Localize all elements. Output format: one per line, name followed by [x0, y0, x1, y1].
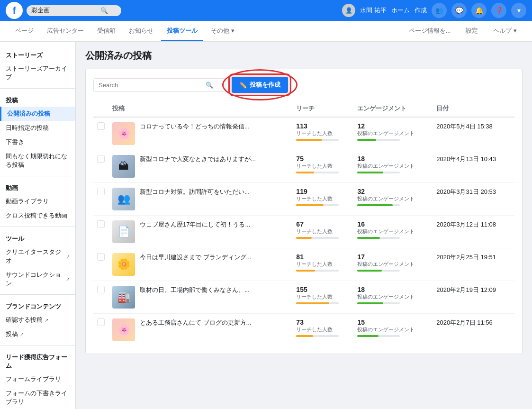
sidebar-item-expiring-posts[interactable]: 間もなく期限切れになる投稿 [0, 149, 75, 172]
date-cell: 2020年2月19日 12:09 [433, 281, 514, 314]
reach-label: リーチした人数 [296, 130, 350, 137]
secondary-navigation: ページ 広告センター 受信箱 お知らせ 投稿ツール その他 ▾ ページ情報を..… [0, 21, 532, 42]
post-thumbnail: 🏭 [112, 286, 135, 309]
nav-ad-center[interactable]: 広告センター [41, 22, 90, 41]
nav-help[interactable]: ヘルプ ▾ [487, 22, 523, 41]
reach-bar-wrap [296, 237, 339, 239]
reach-value: 155 [296, 286, 350, 293]
sidebar-item-drafts[interactable]: 下書き [0, 135, 75, 149]
th-checkbox [93, 100, 108, 117]
nav-post-tools[interactable]: 投稿ツール [161, 22, 203, 41]
secondary-nav-right: ページ情報を... 設定 ヘルプ ▾ [403, 22, 523, 41]
sidebar-section-tools: ツール [0, 231, 75, 245]
sidebar-item-sound-collection[interactable]: サウンドコレクション ↗ [0, 268, 75, 291]
notifications-icon-btn[interactable]: 🔔 [471, 3, 487, 18]
post-thumbnail: 👥 [112, 188, 135, 210]
sidebar-item-form-library[interactable]: フォームライブラリ [0, 372, 75, 386]
engagement-cell: 16 投稿のエンゲージメント [353, 216, 433, 248]
engagement-bar [357, 204, 393, 206]
post-cell: 📄 ウェブ屋さん歴17年目にして初！うる... [108, 216, 292, 248]
create-link[interactable]: 作成 [415, 6, 427, 15]
nav-other[interactable]: その他 ▾ [205, 22, 240, 41]
reach-label: リーチした人数 [296, 195, 350, 202]
sidebar-item-creator-studio[interactable]: クリエイタースタジオ ↗ [0, 245, 75, 268]
row-checkbox[interactable] [97, 188, 105, 195]
engagement-cell: 15 投稿のエンゲージメント [353, 314, 433, 346]
table-row: 🌸 とある工務店さんにて ブログの更新方... 73 リーチした人数 15 投稿… [93, 314, 514, 346]
external-icon-4: ↗ [20, 332, 24, 337]
engagement-value: 16 [357, 220, 429, 228]
nav-notifications[interactable]: お知らせ [123, 22, 159, 41]
reach-label: リーチした人数 [296, 326, 350, 333]
engagement-bar [357, 335, 379, 337]
messenger-icon-btn[interactable]: 💬 [451, 3, 467, 18]
sidebar-item-video-library[interactable]: 動画ライブラリ [0, 194, 75, 209]
post-cell: 🌼 今日は早川建設さまで ブランディング... [108, 248, 292, 281]
row-checkbox[interactable] [97, 122, 105, 130]
sidebar-item-published-posts[interactable]: 公開済みの投稿 [0, 107, 75, 121]
friends-icon-btn[interactable]: 👥 [432, 3, 447, 18]
thumb-icon: 🏭 [112, 286, 135, 309]
sidebar-item-form-drafts[interactable]: フォームの下書きライブラリ [0, 386, 75, 409]
engagement-label: 投稿のエンゲージメント [357, 130, 429, 137]
search-wrap[interactable]: 🔍 [93, 78, 226, 92]
top-search-bar[interactable]: 🔍 [27, 5, 121, 16]
engagement-label: 投稿のエンゲージメント [357, 326, 429, 333]
posts-table: 投稿 リーチ エンゲージメント 日付 🌸 コロナっている今！どっちの情報発信..… [93, 100, 514, 346]
top-navigation: f 🔍 👤 水間 祐平 ホーム 作成 👥 💬 🔔 ❓ ▾ [0, 0, 532, 21]
post-row: 🏭 取材の日。工場内部で働くみなさん。... [112, 286, 289, 309]
sidebar-item-scheduled-posts[interactable]: 日時指定の投稿 [0, 121, 75, 135]
date-cell: 2020年5月4日 15:38 [433, 117, 514, 150]
engagement-bar [357, 270, 382, 272]
nav-settings[interactable]: 設定 [460, 22, 484, 41]
thumb-icon: 🌼 [112, 253, 135, 276]
engagement-label: 投稿のエンゲージメント [357, 195, 429, 202]
sidebar-divider-4 [0, 294, 75, 295]
nav-inbox[interactable]: 受信箱 [91, 22, 121, 41]
post-thumbnail: 🌸 [112, 318, 135, 341]
post-thumbnail: 🌼 [112, 253, 135, 276]
row-checkbox[interactable] [97, 318, 105, 326]
reach-cell: 155 リーチした人数 [292, 281, 353, 314]
sidebar-item-crosspost-video[interactable]: クロス投稿できる動画 [0, 209, 75, 223]
search-input[interactable] [99, 82, 203, 89]
nav-page[interactable]: ページ [9, 22, 39, 41]
sidebar-item-stories-archive[interactable]: ストーリーズアーカイブ [0, 62, 75, 84]
post-text: 新型コロナ対策。訪問許可をいただい... [140, 188, 250, 196]
reach-bar-wrap [296, 139, 339, 141]
row-checkbox[interactable] [97, 253, 105, 261]
thumb-icon: 🌸 [112, 318, 135, 341]
nav-page-info[interactable]: ページ情報を... [403, 22, 457, 41]
row-checkbox-cell [93, 117, 108, 150]
table-row: 🏭 取材の日。工場内部で働くみなさん。... 155 リーチした人数 18 投稿… [93, 281, 514, 314]
post-row: 🌼 今日は早川建設さまで ブランディング... [112, 253, 289, 276]
create-post-button[interactable]: ✏️ 投稿を作成 [232, 77, 288, 93]
reach-value: 113 [296, 122, 350, 130]
menu-icon-btn[interactable]: ▾ [511, 3, 526, 18]
post-thumbnail: 🌸 [112, 122, 135, 145]
row-checkbox-cell [93, 216, 108, 248]
help-icon-btn[interactable]: ❓ [491, 3, 506, 18]
reach-value: 81 [296, 253, 350, 261]
create-btn-wrap: ✏️ 投稿を作成 [232, 77, 288, 93]
external-icon: ↗ [66, 254, 70, 259]
table-header-row: 投稿 リーチ エンゲージメント 日付 [93, 100, 514, 117]
table-row: 📄 ウェブ屋さん歴17年目にして初！うる... 67 リーチした人数 16 投稿… [93, 216, 514, 248]
sidebar-item-confirm-posts[interactable]: 確認する投稿 ↗ [0, 313, 75, 327]
engagement-value: 32 [357, 188, 429, 195]
engagement-bar [357, 139, 376, 141]
table-row: 🌼 今日は早川建設さまで ブランディング... 81 リーチした人数 17 投稿… [93, 248, 514, 281]
sidebar-item-brand-posts[interactable]: 投稿 ↗ [0, 327, 75, 341]
row-checkbox[interactable] [97, 155, 105, 163]
th-engagement: エンゲージメント [353, 100, 433, 117]
date-cell: 2020年2月7日 11:56 [433, 314, 514, 346]
thumb-icon: 🌸 [112, 122, 135, 145]
engagement-bar-wrap [357, 302, 400, 304]
row-checkbox[interactable] [97, 286, 105, 293]
main-content: 公開済みの投稿 🔍 ✏️ 投稿を作成 [76, 42, 532, 409]
user-name-link[interactable]: 水間 祐平 [360, 6, 387, 15]
engagement-bar-wrap [357, 139, 400, 141]
home-link[interactable]: ホーム [391, 6, 410, 15]
row-checkbox[interactable] [97, 220, 105, 228]
top-search-input[interactable] [31, 7, 98, 14]
